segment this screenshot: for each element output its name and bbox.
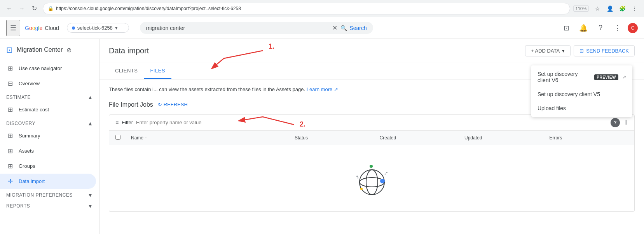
sidebar-item-estimate-cost[interactable]: ⊞ Estimate cost: [0, 102, 96, 117]
sidebar-section-migration-preferences: Migration preferences ▼: [0, 189, 99, 200]
sidebar-label-data-import: Data import: [19, 178, 45, 184]
search-magnify-icon: 🔍: [340, 25, 347, 31]
table-help-icon[interactable]: ?: [611, 118, 620, 127]
discovery-section-header[interactable]: Discovery ▲: [6, 120, 93, 127]
dropdown-item-setup-v6[interactable]: Set up discovery client V6 PREVIEW ↗: [531, 67, 632, 87]
forward-button[interactable]: →: [16, 3, 27, 14]
summary-icon: ⊞: [6, 132, 14, 139]
dropdown-item-upload-files[interactable]: Upload files: [531, 101, 632, 115]
svg-point-4: [380, 179, 385, 183]
description-main: These files contain i...: [109, 86, 158, 92]
search-input[interactable]: [146, 25, 330, 31]
app-layout: ⊡ Migration Center ⊘ ⊞ Use case navigato…: [0, 39, 644, 234]
send-feedback-button[interactable]: ⊡ SEND FEEDBACK: [574, 45, 635, 56]
project-dropdown-icon: ▾: [115, 25, 118, 31]
reports-chevron-icon: ▼: [87, 203, 93, 209]
sidebar-item-use-case-navigator[interactable]: ⊞ Use case navigator: [0, 61, 96, 76]
tab-clients[interactable]: CLIENTS: [109, 63, 144, 79]
reports-section-header[interactable]: Reports ▼: [6, 203, 93, 209]
svg-point-1: [366, 170, 378, 195]
table-header-row: Name ↑ Status Created Updated Errors: [109, 131, 634, 145]
sidebar-item-groups[interactable]: ⊞ Groups: [0, 158, 96, 174]
logo-o1: o: [29, 25, 32, 31]
discovery-section-title: Discovery: [6, 121, 35, 126]
tab-files[interactable]: FILES: [144, 63, 171, 79]
main-content: Data import + ADD DATA ▾ Set up discover…: [99, 39, 644, 234]
groups-icon: ⊞: [6, 162, 14, 170]
estimate-section-header[interactable]: Estimate ▲: [6, 94, 93, 100]
logo-g: G: [25, 25, 29, 31]
send-feedback-label: SEND FEEDBACK: [586, 48, 629, 54]
overview-icon: ⊟: [6, 80, 14, 87]
col-header-created: Created: [380, 135, 459, 141]
add-data-dropdown-menu: Set up discovery client V6 PREVIEW ↗ Set…: [531, 65, 632, 117]
col-header-status: Status: [295, 135, 373, 141]
empty-state: [109, 145, 634, 211]
more-options-button[interactable]: ⋮: [611, 21, 625, 35]
page-title: Data import: [109, 46, 149, 55]
back-button[interactable]: ←: [4, 3, 15, 14]
pin-icon[interactable]: ⊘: [66, 46, 72, 54]
col-header-errors: Errors: [550, 135, 628, 141]
sidebar-header: ⊡ Migration Center ⊘: [0, 42, 99, 61]
help-button[interactable]: ?: [593, 21, 607, 35]
filter-input[interactable]: [136, 120, 611, 125]
google-cloud-logo: Google Cloud: [25, 25, 59, 31]
security-icon: 🔒: [48, 6, 54, 11]
col-created-label: Created: [380, 135, 396, 141]
sidebar-label-overview: Overview: [19, 81, 40, 86]
column-settings-icon[interactable]: ⦀: [625, 118, 628, 127]
browser-actions: ☆ 👤 🧩 ⋮: [592, 3, 640, 14]
sidebar-item-assets[interactable]: ⊞ Assets: [0, 143, 96, 158]
svg-point-7: [357, 177, 358, 178]
browser-bar: ← → ↻ 🔒 https://console.cloud.google.com…: [0, 0, 644, 17]
sidebar-item-summary[interactable]: ⊞ Summary: [0, 128, 96, 143]
profile-button[interactable]: 👤: [604, 3, 615, 14]
sidebar: ⊡ Migration Center ⊘ ⊞ Use case navigato…: [0, 39, 99, 234]
reload-button[interactable]: ↻: [29, 3, 40, 14]
preview-badge: PREVIEW: [594, 74, 618, 80]
search-bar[interactable]: ✕ 🔍 Search: [140, 22, 373, 34]
dropdown-item-setup-v5[interactable]: Set up discovery client V5: [531, 87, 632, 101]
sidebar-label-assets: Assets: [19, 148, 34, 154]
cast-button[interactable]: ⊡: [559, 21, 573, 35]
project-dot-icon: [72, 26, 75, 30]
address-bar[interactable]: 🔒 https://console.cloud.google.com/migra…: [43, 3, 570, 14]
sidebar-item-data-import[interactable]: ✛ Data import: [0, 174, 96, 189]
col-updated-label: Updated: [464, 135, 482, 141]
user-avatar[interactable]: C: [628, 23, 638, 33]
add-data-label: + ADD DATA: [531, 48, 560, 54]
use-case-navigator-icon: ⊞: [6, 65, 14, 72]
add-data-button[interactable]: + ADD DATA ▾: [525, 45, 571, 56]
top-bar-actions: ⊡ 🔔 ? ⋮ C: [559, 21, 638, 35]
notifications-button[interactable]: 🔔: [576, 21, 590, 35]
refresh-icon: ↻: [158, 102, 162, 107]
project-selector[interactable]: select-tick-6258 ▾: [67, 23, 129, 33]
table-actions: ? ⦀: [611, 118, 628, 127]
select-all-checkbox[interactable]: [115, 135, 120, 140]
bookmark-button[interactable]: ☆: [592, 3, 603, 14]
extensions-button[interactable]: 🧩: [617, 3, 628, 14]
migration-prefs-chevron-icon: ▼: [87, 192, 93, 198]
col-status-label: Status: [295, 135, 308, 141]
sort-icon: ↑: [145, 135, 147, 140]
col-header-name[interactable]: Name ↑: [131, 135, 288, 141]
setup-v6-label: Set up discovery client V6: [538, 71, 591, 83]
search-button[interactable]: 🔍 Search: [340, 25, 367, 31]
file-import-title: File Import Jobs: [109, 101, 153, 108]
file-import-table: ≡ Filter ? ⦀ Name ↑: [109, 114, 635, 212]
estimate-section-title: Estimate: [6, 95, 31, 100]
sidebar-item-overview[interactable]: ⊟ Overview: [0, 76, 96, 91]
refresh-button[interactable]: ↻ REFRESH: [158, 102, 188, 107]
menu-dots-button[interactable]: ⋮: [629, 3, 640, 14]
search-clear-icon[interactable]: ✕: [332, 24, 337, 32]
migration-prefs-section-header[interactable]: Migration preferences ▼: [6, 192, 93, 198]
empty-illustration: [349, 161, 395, 196]
learn-more-link[interactable]: Learn more ↗: [307, 86, 338, 92]
sidebar-app-title: Migration Center: [17, 46, 63, 53]
filter-label: Filter: [122, 120, 133, 125]
svg-point-8: [386, 172, 387, 173]
col-name-label: Name: [131, 135, 143, 141]
hamburger-menu[interactable]: ☰: [6, 20, 20, 36]
add-data-dropdown-arrow: ▾: [562, 48, 565, 54]
